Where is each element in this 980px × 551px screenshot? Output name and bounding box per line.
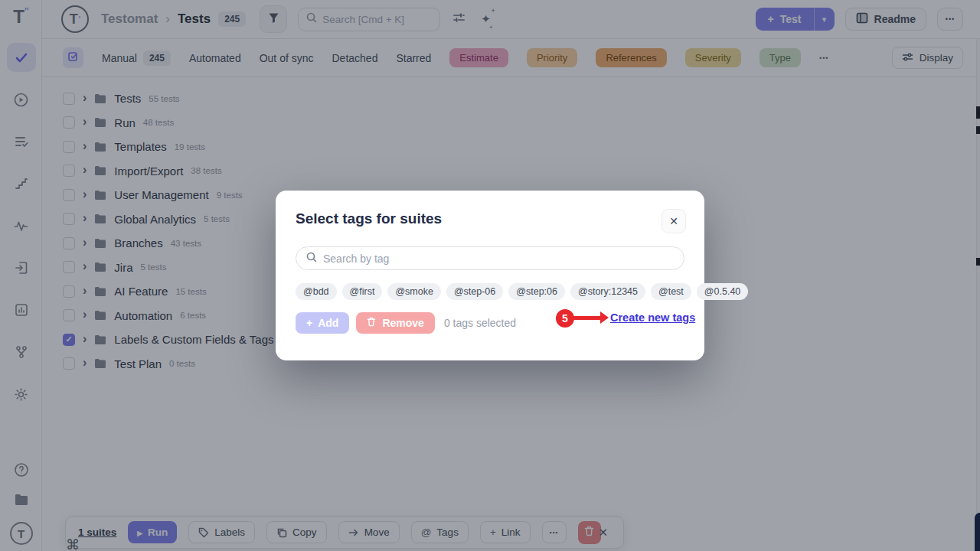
search-icon [306,252,317,266]
create-new-tags-link[interactable]: Create new tags [610,311,695,324]
tag-pill[interactable]: @story:12345 [570,283,645,300]
tag-pill[interactable]: @smoke [387,283,441,300]
trash-icon [367,317,376,329]
annotation-arrow [573,316,601,320]
add-tags-button[interactable]: + Add [296,312,349,334]
tag-list: @bdd @first @smoke @step-06 @step:06 @st… [296,283,684,300]
plus-icon: + [306,317,312,329]
tag-pill[interactable]: @step:06 [508,283,565,300]
tags-selected-status: 0 tags selected [444,317,516,329]
select-tags-modal: Select tags for suites ✕ @bdd @first @sm… [276,191,704,360]
app-root: T'' [0,0,980,551]
tag-pill[interactable]: @first [342,283,383,300]
modal-close-button[interactable]: ✕ [662,209,686,233]
tag-search-input[interactable] [323,253,674,265]
annotation-arrow-head [600,311,609,324]
tag-pill[interactable]: @step-06 [446,283,503,300]
close-icon: ✕ [669,215,678,227]
annotation-step-badge: 5 [556,309,574,328]
remove-tags-button[interactable]: Remove [356,312,434,334]
tag-pill[interactable]: @bdd [296,283,337,300]
tag-search[interactable] [296,246,684,270]
tag-pill[interactable]: @0.5.40 [697,283,748,300]
modal-title: Select tags for suites [296,210,684,227]
tag-pill[interactable]: @test [651,283,691,300]
